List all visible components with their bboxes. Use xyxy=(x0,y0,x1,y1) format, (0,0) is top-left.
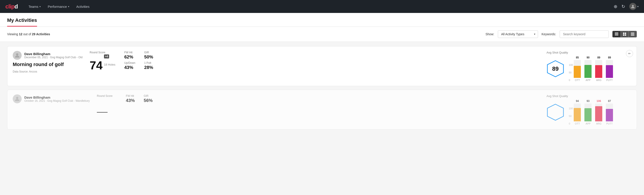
svg-rect-11 xyxy=(631,35,634,36)
gir-label: GIR xyxy=(144,51,153,54)
holes-label: 18 Holes xyxy=(104,63,115,66)
stat-pairs: FW Hit 62% Up/Down 43% xyxy=(124,51,135,71)
bar-putt: 87 PUTT xyxy=(606,100,613,125)
bar-ott: 94 OTT xyxy=(574,100,581,125)
svg-point-12 xyxy=(16,53,18,56)
bar-arg: 89 ARG xyxy=(595,56,602,82)
nav-item-activities[interactable]: Activities xyxy=(76,4,90,9)
user-name: Dave Billingham xyxy=(24,96,90,99)
score-badge: +4 xyxy=(104,54,109,58)
hex-shape: 89 xyxy=(546,60,564,78)
view-list-expanded-button[interactable] xyxy=(628,31,637,37)
card-stats: Round Score FW Hit 43% GIR 56% xyxy=(97,94,539,113)
viewing-text: Viewing 12 out of 29 Activities xyxy=(7,32,50,36)
svg-rect-10 xyxy=(631,34,634,35)
bar-chart: 100 50 0 85 OTT xyxy=(569,56,613,82)
search-input[interactable] xyxy=(560,30,609,38)
fw-hit-label: FW Hit xyxy=(126,94,135,98)
svg-point-0 xyxy=(632,5,634,7)
activity-card: Dave Billingham October 16, 2021 · Gog M… xyxy=(7,90,637,130)
round-score-value: 74 +4 18 Holes xyxy=(90,54,115,71)
bars-container: 85 OTT 90 APP xyxy=(574,56,613,82)
gir-stat: GIR 56% xyxy=(144,94,153,103)
user-menu[interactable]: ▾ xyxy=(629,3,639,10)
bar-app: 93 APP xyxy=(584,100,592,125)
content: ✏ Dave Billingham December 05, 2021 · Go… xyxy=(0,42,644,138)
bar-putt: 89 PUTT xyxy=(606,56,613,82)
view-list-compact-button[interactable] xyxy=(612,31,621,37)
round-score-label: Round Score xyxy=(97,94,117,98)
fw-hit-stat: FW Hit 43% xyxy=(126,94,135,103)
user-name: Dave Billingham xyxy=(24,52,82,56)
refresh-icon[interactable]: ↻ xyxy=(622,4,625,9)
user-row: Dave Billingham October 16, 2021 · Gog M… xyxy=(13,94,90,103)
hex-shape xyxy=(546,103,564,121)
fw-hit-value: 62% xyxy=(124,54,135,60)
navbar: clipd Teams ▾ Performance ▾ Activities ⊕… xyxy=(0,0,644,13)
show-label: Show: xyxy=(486,32,494,36)
updown-label: Up/Down xyxy=(124,61,135,64)
avg-shot-quality-label: Avg Shot Quality xyxy=(546,94,631,98)
nav-item-teams[interactable]: Teams ▾ xyxy=(28,4,40,9)
activity-type-select[interactable]: All Activity Types Golf Round Practice xyxy=(498,30,538,38)
shot-quality-section: Avg Shot Quality 89 100 50 0 xyxy=(546,51,631,82)
filter-bar: Viewing 12 out of 29 Activities Show: Al… xyxy=(0,27,644,42)
hex-score: 89 xyxy=(552,65,559,72)
activity-title: Morning round of golf xyxy=(13,62,82,68)
nav-right: ⊕ ↻ ▾ xyxy=(614,3,639,10)
fw-hit-stat: FW Hit 62% xyxy=(124,51,135,60)
user-info: Dave Billingham December 05, 2021 · Gog … xyxy=(24,52,82,59)
bar-arg: 106 ARG xyxy=(595,100,602,125)
nav-item-performance[interactable]: Performance ▾ xyxy=(48,4,69,9)
svg-rect-8 xyxy=(631,32,634,33)
page-header: My Activities xyxy=(0,13,644,27)
teams-chevron-icon: ▾ xyxy=(40,5,40,8)
avatar xyxy=(629,3,636,10)
one-putt-stat: 1 Putt 28% xyxy=(144,61,153,70)
svg-rect-5 xyxy=(625,32,626,34)
svg-rect-9 xyxy=(631,34,634,34)
bar-chart: 100 50 0 94 OTT 93 xyxy=(569,100,613,125)
stat-pairs-2: GIR 50% 1 Putt 28% xyxy=(144,51,153,71)
y-axis: 100 50 0 xyxy=(569,64,573,82)
one-putt-value: 28% xyxy=(144,65,153,70)
activity-type-dropdown[interactable]: All Activity Types Golf Round Practice xyxy=(498,30,538,38)
user-date: October 16, 2021 · Gog Magog Golf Club -… xyxy=(24,99,90,102)
card-left: Dave Billingham October 16, 2021 · Gog M… xyxy=(13,94,90,105)
avatar xyxy=(13,51,22,60)
performance-chevron-icon: ▾ xyxy=(68,5,69,8)
stat-pairs: FW Hit 43% xyxy=(126,94,135,113)
gir-value: 50% xyxy=(144,54,153,60)
view-grid-button[interactable] xyxy=(621,31,628,37)
card-left: Dave Billingham December 05, 2021 · Gog … xyxy=(13,51,82,73)
stat-pairs-2: GIR 56% xyxy=(144,94,153,113)
user-info: Dave Billingham October 16, 2021 · Gog M… xyxy=(24,96,90,102)
shot-quality-section: Avg Shot Quality 100 50 0 xyxy=(546,94,631,125)
score-big: 74 xyxy=(90,60,103,71)
svg-marker-15 xyxy=(548,104,564,120)
user-row: Dave Billingham December 05, 2021 · Gog … xyxy=(13,51,82,60)
view-toggle xyxy=(612,31,637,38)
avg-shot-quality-label: Avg Shot Quality xyxy=(546,51,631,54)
updown-stat: Up/Down 43% xyxy=(124,61,135,70)
avatar xyxy=(13,94,22,103)
bar-ott: 85 OTT xyxy=(574,56,581,82)
page-title: My Activities xyxy=(7,18,37,26)
bars-container: 94 OTT 93 APP xyxy=(574,100,613,125)
add-circle-icon[interactable]: ⊕ xyxy=(614,4,618,9)
keywords-label: Keywords: xyxy=(542,32,556,36)
gir-label: GIR xyxy=(144,94,153,98)
round-score-group: Round Score 74 +4 18 Holes xyxy=(90,51,115,71)
svg-rect-1 xyxy=(615,32,618,33)
y-axis: 100 50 0 xyxy=(569,107,573,125)
gir-value: 56% xyxy=(144,98,153,103)
one-putt-label: 1 Putt xyxy=(144,61,153,64)
edit-button[interactable]: ✏ xyxy=(626,50,633,57)
svg-rect-3 xyxy=(615,35,618,36)
fw-hit-label: FW Hit xyxy=(124,51,135,54)
data-source: Data Source: Arccos xyxy=(13,70,82,73)
svg-rect-6 xyxy=(623,34,624,36)
svg-rect-2 xyxy=(615,34,618,34)
logo[interactable]: clipd xyxy=(5,3,18,10)
bar-app: 90 APP xyxy=(584,56,592,82)
